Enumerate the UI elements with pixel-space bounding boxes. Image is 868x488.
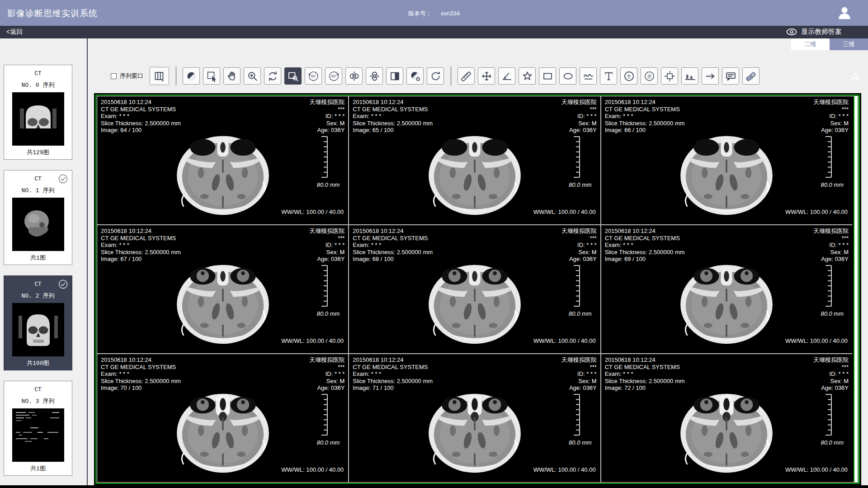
rotate-90-cw-button[interactable]: 90° [325,67,342,85]
cell-patient-id: ID: * * * [561,113,597,120]
eraser-button[interactable] [742,67,760,85]
flip-horizontal-button[interactable] [345,67,363,85]
roi-button[interactable] [661,67,678,85]
rotate-90-cw-icon: 90° [328,70,340,82]
scale-ruler [319,135,333,179]
cell-hospital: 天堰模拟医院 [561,227,597,235]
arrow-button[interactable] [702,67,719,85]
viewer-cell-2[interactable]: 20150618 10:12:24CT GE MEDICAL SYSTEMSEx… [349,96,600,224]
window-level-button[interactable] [183,67,200,85]
rectangle-icon [542,70,554,82]
cell-device: CT GE MEDICAL SYSTEMS [101,106,181,113]
cell-device: CT GE MEDICAL SYSTEMS [101,364,181,371]
collapse-toolbar-icon[interactable] [849,70,862,82]
app-window: 影像诊断思维实训系统 版本号：svn334 <返回 显示教师答案 CTNO. 0… [0,0,868,488]
cell-sex: Sex: M [309,378,344,385]
viewer-scrollbar[interactable] [854,96,858,482]
cell-hospital: 天堰模拟医院 [561,356,597,364]
cell-info-right: 天堰模拟医院***ID: * * *Sex: MAge: 036Y [561,227,597,263]
window-default-button[interactable] [406,67,424,85]
secondary-mark-button[interactable]: 次 [641,67,658,85]
crosshair-icon [481,70,493,82]
invert-button[interactable] [386,67,403,85]
cell-age: Age: 036Y [561,384,597,392]
cell-info-right: 天堰模拟医院***ID: * * *Sex: MAge: 036Y [309,99,344,134]
series-window-checkbox-wrap[interactable]: 序列窗口 [111,72,143,80]
cell-device: CT GE MEDICAL SYSTEMS [353,235,433,242]
comment-button[interactable] [722,67,739,85]
viewer-cell-1[interactable]: 20150618 10:12:24CT GE MEDICAL SYSTEMSEx… [97,96,348,224]
crosshair-button[interactable] [478,67,495,85]
flip-vertical-button[interactable] [366,67,383,85]
ellipse-icon [562,70,574,82]
back-button[interactable]: <返回 [6,28,23,36]
series-thumbnail [4,198,72,251]
viewer-cell-5[interactable]: 20150618 10:12:24CT GE MEDICAL SYSTEMSEx… [349,225,600,353]
cell-info-left: 20150618 10:12:24CT GE MEDICAL SYSTEMSEx… [101,227,181,263]
viewer-viewport: 20150618 10:12:24CT GE MEDICAL SYSTEMSEx… [94,93,861,485]
ct-image [422,389,528,476]
toolbar-divider [176,66,176,85]
series-card-2[interactable]: CTNO. 2 序列共100图 [4,275,72,370]
version-label: 版本号： [408,10,432,17]
scale-label: 80.0 mm [569,310,592,317]
rectangle-button[interactable] [539,67,556,85]
ct-image [674,389,779,476]
flip-vertical-icon [368,70,381,82]
angle-button[interactable] [498,67,515,85]
zoom-region-button[interactable] [284,67,302,85]
series-card-1[interactable]: CTNO. 1 序列共1图 [4,170,72,265]
cell-image-number: Image: 68 / 100 [353,256,433,263]
cell-sex: Sex: M [561,249,597,256]
viewer-cell-8[interactable]: 20150618 10:12:24CT GE MEDICAL SYSTEMSEx… [349,354,600,482]
ruler-button[interactable] [458,67,475,85]
image-grid: 20150618 10:12:24CT GE MEDICAL SYSTEMSEx… [97,96,852,482]
rotate-button[interactable] [264,67,281,85]
scale-ruler [571,264,585,308]
series-card-3[interactable]: CTNO. 3 序列共1图 [4,381,72,476]
wwwl-label: WW/WL: 100.00 / 40.00 [533,208,596,215]
cell-device: CT GE MEDICAL SYSTEMS [605,106,685,113]
viewer-cell-7[interactable]: 20150618 10:12:24CT GE MEDICAL SYSTEMSEx… [97,354,348,482]
ruler-icon [319,393,333,436]
user-avatar-icon[interactable] [836,5,853,21]
cell-stars: *** [561,106,597,113]
select-button[interactable] [203,67,220,85]
viewer-cell-4[interactable]: 20150618 10:12:24CT GE MEDICAL SYSTEMSEx… [97,225,348,353]
text-button[interactable] [600,67,617,85]
primary-mark-button[interactable]: 主 [620,67,637,85]
scale-ruler [319,393,333,436]
zoom-region-icon [287,70,299,82]
magnify-button[interactable] [244,67,261,85]
reset-button[interactable] [427,67,444,85]
rotate-90-ccw-icon: 90° [307,70,320,82]
rotate-90-ccw-button[interactable]: 90° [305,67,322,85]
viewer-cell-9[interactable]: 20150618 10:12:24CT GE MEDICAL SYSTEMSEx… [601,354,852,482]
star-button[interactable] [519,67,536,85]
wwwl-label: WW/WL: 100.00 / 40.00 [785,466,848,473]
series-window-checkbox[interactable] [111,73,117,79]
show-teacher-answer-button[interactable]: 显示教师答案 [786,28,842,36]
profile-button[interactable] [681,67,698,85]
cell-hospital: 天堰模拟医院 [309,356,344,364]
scale-label: 80.0 mm [569,439,592,446]
curve-button[interactable] [580,67,597,85]
pan-button[interactable] [223,67,241,85]
series-modality: CT [4,386,72,393]
cell-device: CT GE MEDICAL SYSTEMS [353,364,433,371]
cell-sex: Sex: M [309,120,344,127]
ellipse-button[interactable] [559,67,576,85]
cell-patient-id: ID: * * * [561,242,597,249]
tab-3d[interactable]: 三维 [830,38,868,50]
scale-ruler [571,135,585,179]
viewer-cell-3[interactable]: 20150618 10:12:24CT GE MEDICAL SYSTEMSEx… [601,96,852,224]
series-card-0[interactable]: CTNO. 0 序列共129图 [4,65,72,160]
series-window-label: 序列窗口 [120,72,143,80]
tab-2d[interactable]: 二维 [791,38,830,50]
layout-button[interactable] [150,67,169,85]
cell-device: CT GE MEDICAL SYSTEMS [605,235,685,242]
cell-info-right: 天堰模拟医院***ID: * * *Sex: MAge: 036Y [561,356,597,392]
viewer-cell-6[interactable]: 20150618 10:12:24CT GE MEDICAL SYSTEMSEx… [601,225,852,353]
primary-mark-icon: 主 [623,70,635,82]
dimension-tabs: 二维三维 [791,38,868,50]
